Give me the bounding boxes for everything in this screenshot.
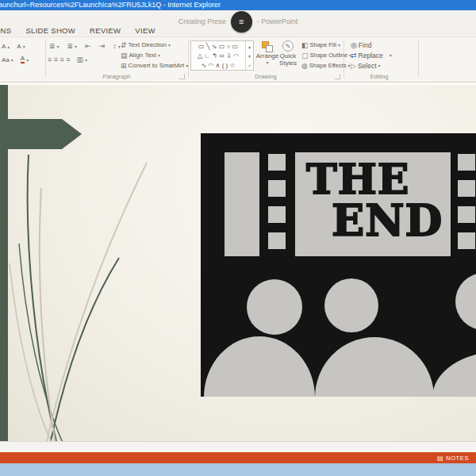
sprocket-hole — [458, 154, 475, 171]
ribbon-tabs: ANIMATIONS SLIDE SHOW REVIEW VIEW — [0, 26, 155, 37]
group-divider — [418, 40, 419, 78]
tab-animations[interactable]: ANIMATIONS — [0, 26, 11, 37]
shape-fill-icon: ◧ — [301, 41, 309, 49]
paragraph-dialog-launcher[interactable] — [179, 74, 185, 79]
ribbon: A▴ A▾ Aa▾ A▾ ≣▾ ≣▾ ⇤ ⇥ ↕▾ ≡ ≡ ≡ ≡ — [0, 36, 476, 83]
sprocket-hole — [458, 232, 475, 249]
audience-body — [315, 337, 434, 397]
scroll-up-icon: ▴ — [246, 41, 253, 51]
find-button[interactable]: ◎Find — [349, 40, 413, 50]
font-color-button[interactable]: A▾ — [19, 55, 30, 64]
sprocket-hole — [268, 180, 286, 197]
bullets-button[interactable]: ≣▾ — [48, 41, 61, 51]
desktop-background-strip — [0, 463, 476, 476]
columns-button[interactable]: ▥▾ — [75, 55, 90, 64]
select-icon: ▷ — [351, 62, 356, 70]
numbering-button[interactable]: ≣▾ — [66, 41, 79, 51]
paragraph-icons: ≣▾ ≣▾ ⇤ ⇥ ↕▾ ≡ ≡ ≡ ≡ ▥▾ — [48, 40, 117, 65]
sprocket-hole — [268, 154, 286, 171]
sprocket-hole — [458, 206, 475, 223]
arrange-icon — [262, 41, 273, 52]
quick-styles-button[interactable]: ✎ Quick Styles — [278, 40, 298, 67]
shape-format-menu: ◧Shape Fill▾ ▢Shape Outline▾ ◍Shape Effe… — [300, 40, 343, 71]
shapes-gallery[interactable]: ▭ ╲ ⇘ ▭ ○ ▭ △ ∟ ↰ ⇨ ⇩ ◠ ∿ ◠ ∧ ( ) ☆ ▴ ▾ … — [190, 40, 254, 71]
replace-icon: ⇄ — [351, 52, 357, 60]
quick-styles-icon: ✎ — [282, 40, 294, 52]
browser-titlebar: aunchurl=Resources%2FLaunchIca%2FRU5JLk1… — [0, 0, 476, 10]
shapes-row[interactable]: △ ∟ ↰ ⇨ ⇩ ◠ — [191, 51, 245, 60]
font-group: A▴ A▾ Aa▾ A▾ — [0, 40, 44, 65]
movie-screen: THE END — [295, 152, 451, 256]
scroll-down-icon: ▾ — [246, 51, 253, 60]
text-direction-button[interactable]: ⇵Text Direction▾ — [119, 40, 187, 50]
status-bar: ▤ NOTES — [0, 452, 476, 463]
grass-blade — [10, 263, 52, 441]
group-divider — [188, 40, 189, 78]
arrange-button[interactable]: Arrange ▾ — [255, 40, 279, 65]
tab-view[interactable]: VIEW — [135, 26, 155, 37]
shrink-font-button[interactable]: A▾ — [15, 42, 26, 51]
paragraph-group-label: Paragraph — [79, 73, 154, 80]
audience-head — [455, 273, 476, 330]
scroll-more-icon: ▿ — [246, 60, 253, 70]
slide-bottom-margin — [0, 441, 476, 452]
hamburger-icon: ≡ — [239, 17, 244, 26]
cross-horizontal-arm — [0, 119, 82, 149]
grass-blade — [50, 258, 119, 441]
clipart-text-end: END — [332, 199, 443, 242]
convert-smartart-button[interactable]: ⊞Convert to SmartArt▾ — [119, 60, 187, 71]
document-title-right: - PowerPoint — [257, 17, 298, 25]
slide-canvas[interactable]: THE END — [0, 85, 476, 441]
align-buttons[interactable]: ≡ ≡ ≡ ≡ — [48, 56, 71, 63]
shape-outline-button[interactable]: ▢Shape Outline▾ — [300, 50, 343, 60]
decrease-indent-button[interactable]: ⇤ — [83, 41, 93, 51]
document-title-left: Creating Prese — [178, 17, 226, 25]
shape-effects-button[interactable]: ◍Shape Effects▾ — [300, 60, 343, 71]
browser-title-text: aunchurl=Resources%2FLaunchIca%2FRU5JLk1… — [0, 1, 221, 9]
align-text-button[interactable]: ▤Align Text▾ — [119, 50, 187, 60]
editing-group-label: Editing — [345, 73, 413, 80]
align-text-icon: ▤ — [121, 52, 128, 60]
shapes-row[interactable]: ∿ ◠ ∧ ( ) ☆ — [191, 60, 245, 70]
tab-review[interactable]: REVIEW — [90, 26, 121, 37]
select-button[interactable]: ▷Select▾ — [349, 60, 413, 71]
drawing-group-label: Drawing — [230, 73, 301, 80]
hamburger-menu-badge[interactable]: ≡ — [231, 11, 252, 33]
paragraph-menu: ⇵Text Direction▾ ▤Align Text▾ ⊞Convert t… — [119, 40, 187, 71]
audience-body — [432, 351, 476, 397]
drawing-dialog-launcher[interactable] — [335, 74, 340, 79]
application-window: aunchurl=Resources%2FLaunchIca%2FRU5JLk1… — [0, 0, 476, 476]
grow-font-button[interactable]: A▴ — [0, 42, 11, 51]
audience-body — [204, 336, 315, 397]
decrease-indent-icon: ⇤ — [85, 42, 91, 50]
audience-head — [247, 279, 302, 335]
line-spacing-icon: ↕ — [113, 42, 117, 50]
filmstrip-left-frame — [225, 152, 259, 256]
notes-button[interactable]: NOTES — [446, 455, 469, 462]
columns-icon: ▥ — [77, 56, 84, 63]
editing-group: ◎Find ⇄Replace▾ ▷Select▾ — [349, 40, 413, 71]
notes-icon: ▤ — [437, 455, 443, 462]
shape-effects-icon: ◍ — [301, 62, 308, 70]
grass-blade — [28, 155, 57, 441]
shape-fill-button[interactable]: ◧Shape Fill▾ — [300, 40, 343, 50]
the-end-clipart[interactable]: THE END — [201, 133, 476, 397]
group-divider — [344, 40, 344, 78]
bullets-icon: ≣ — [49, 42, 56, 50]
sprocket-hole — [268, 206, 286, 223]
sprocket-hole — [268, 232, 286, 249]
shapes-gallery-scrollbar[interactable]: ▴ ▾ ▿ — [245, 41, 253, 70]
find-icon: ◎ — [351, 41, 357, 49]
increase-indent-button[interactable]: ⇥ — [98, 41, 107, 51]
clipart-text-the: THE — [306, 159, 409, 200]
change-case-button[interactable]: Aa▾ — [0, 56, 15, 64]
tab-slide-show[interactable]: SLIDE SHOW — [25, 26, 75, 37]
shape-outline-icon: ▢ — [301, 52, 309, 60]
smartart-icon: ⊞ — [121, 62, 127, 70]
replace-button[interactable]: ⇄Replace▾ — [349, 50, 413, 60]
text-direction-icon: ⇵ — [121, 41, 127, 49]
numbering-icon: ≣ — [67, 42, 74, 50]
audience-head — [324, 278, 378, 332]
shapes-row[interactable]: ▭ ╲ ⇘ ▭ ○ ▭ — [191, 41, 245, 51]
app-chrome: Creating Prese ≡ - PowerPoint ANIMATIONS… — [0, 10, 476, 83]
